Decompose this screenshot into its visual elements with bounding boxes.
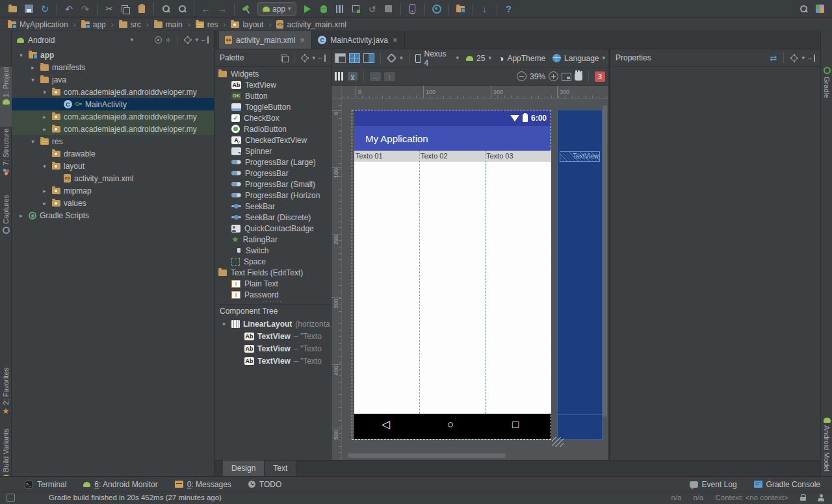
project-tree-item-gradle-scripts[interactable]: Gradle Scripts xyxy=(12,209,214,221)
design-canvas[interactable]: 0 100 200 300 0 100 200 300 400 500 6:00… xyxy=(332,86,608,460)
collapse-arrow-icon[interactable] xyxy=(40,114,49,120)
palette-item-switch[interactable]: Switch xyxy=(214,245,331,256)
navigate-forward-button[interactable] xyxy=(215,2,229,16)
palette-item-togglebutton[interactable]: ToggleButton xyxy=(214,101,331,112)
hide-panel-button[interactable] xyxy=(202,36,209,44)
hide-panel-button[interactable] xyxy=(319,55,326,62)
palette-item-seekbar-discrete[interactable]: SeekBar (Discrete) xyxy=(214,212,331,223)
gear-icon[interactable] xyxy=(790,55,798,62)
search-everywhere-button[interactable] xyxy=(796,2,811,16)
zoom-in-button[interactable] xyxy=(549,71,558,81)
component-tree-textview-3[interactable]: TextView– "Texto xyxy=(214,355,331,367)
breadcrumb-item-activity-main[interactable]: activity_main.xml xyxy=(275,20,347,29)
blueprint-view[interactable]: TextView xyxy=(557,110,603,440)
chevron-down-icon[interactable] xyxy=(400,55,403,61)
component-tree-linearlayout[interactable]: LinearLayout(horizonta xyxy=(214,318,331,330)
palette-item-space[interactable]: Space xyxy=(214,256,331,267)
sdk-manager-button[interactable] xyxy=(454,2,468,16)
palette-group-textfields[interactable]: Text Fields (EditText) xyxy=(214,267,331,278)
design-view-mode-button[interactable] xyxy=(335,53,346,63)
redo-button[interactable] xyxy=(78,2,92,16)
locate-file-button[interactable] xyxy=(155,36,162,44)
open-file-button[interactable] xyxy=(5,2,20,16)
design-blueprint-mode-button[interactable] xyxy=(349,53,360,63)
tab-text[interactable]: Text xyxy=(265,460,296,476)
sync-project-button[interactable] xyxy=(430,2,444,16)
lock-icon[interactable] xyxy=(800,494,806,501)
activity-window-button[interactable] xyxy=(812,2,827,16)
cut-button[interactable] xyxy=(102,2,116,16)
toggle-toolwindow-button[interactable] xyxy=(6,494,15,502)
project-tree-item-package-androidtest[interactable]: com.academiajedi.androiddveloper.my xyxy=(12,110,214,123)
rerun-button[interactable] xyxy=(365,2,380,16)
fit-height-icon[interactable] xyxy=(384,72,395,81)
save-all-button[interactable] xyxy=(21,2,36,16)
preview-textview-1[interactable]: Texto 01 xyxy=(356,152,383,160)
paste-button[interactable] xyxy=(135,2,149,16)
collapse-arrow-icon[interactable] xyxy=(17,212,25,219)
tab-mainactivity-java[interactable]: MainActivity.java xyxy=(312,31,404,49)
collapse-arrow-icon[interactable] xyxy=(29,64,37,71)
run-configuration-select[interactable]: app xyxy=(257,2,296,16)
y-coordinates-icon[interactable] xyxy=(348,72,358,81)
palette-item-progressbar-large[interactable]: ProgressBar (Large) xyxy=(214,157,331,168)
horizontal-scrollbar[interactable] xyxy=(348,453,506,458)
chevron-down-icon[interactable] xyxy=(130,37,133,43)
palette-item-spinner[interactable]: Spinner xyxy=(214,145,331,157)
palette-item-progressbar-small[interactable]: ProgressBar (Small) xyxy=(214,179,331,190)
project-tree-item-package[interactable]: com.academiajedi.androiddveloper.my xyxy=(12,86,214,98)
palette-item-seekbar[interactable]: SeekBar xyxy=(214,201,331,212)
debug-button[interactable] xyxy=(317,2,331,16)
expand-arrow-icon[interactable] xyxy=(17,52,25,58)
palette-item-checkedtextview[interactable]: CheckedTextView xyxy=(214,134,331,145)
tool-button-event-log[interactable]: Event Log xyxy=(690,480,737,489)
breadcrumb-item-res[interactable]: res xyxy=(194,20,220,29)
project-tree-item-mainactivity[interactable]: MainActivity xyxy=(12,98,214,110)
close-icon[interactable] xyxy=(392,36,398,45)
vertical-scrollbar[interactable] xyxy=(603,105,607,417)
palette-item-checkbox[interactable]: CheckBox xyxy=(214,112,331,123)
find-button[interactable] xyxy=(159,2,173,16)
expand-arrow-icon[interactable] xyxy=(29,77,37,83)
tool-button-structure[interactable]: 7: Structure xyxy=(0,129,12,192)
tool-button-captures[interactable]: Captures xyxy=(0,195,12,246)
copy-button[interactable] xyxy=(118,2,133,16)
preview-textview-3[interactable]: Texto 03 xyxy=(486,152,514,160)
device-monitor-button[interactable] xyxy=(478,2,492,16)
project-tree-item-mipmap[interactable]: mipmap xyxy=(12,184,214,197)
language-select[interactable]: Language xyxy=(564,54,599,63)
tool-button-messages[interactable]: 0: Messages xyxy=(175,480,231,489)
attach-debugger-button[interactable] xyxy=(349,2,363,16)
pan-hand-icon[interactable] xyxy=(575,72,582,81)
blueprint-textview[interactable]: TextView xyxy=(560,151,600,162)
palette-item-quickcontactbadge[interactable]: QuickContactBadge xyxy=(214,223,331,234)
swap-view-icon[interactable] xyxy=(770,54,777,62)
breadcrumb-item-main[interactable]: main xyxy=(153,20,184,29)
avd-manager-button[interactable] xyxy=(406,2,420,16)
undo-button[interactable] xyxy=(62,2,76,16)
device-content-area[interactable] xyxy=(354,162,551,414)
collapse-arrow-icon[interactable] xyxy=(40,126,49,132)
replace-button[interactable] xyxy=(175,2,189,16)
collapse-all-button[interactable] xyxy=(166,36,170,44)
project-tree-item-app[interactable]: app xyxy=(12,49,214,61)
palette-item-progressbar-horizontal[interactable]: ProgressBar (Horizon xyxy=(214,190,331,201)
project-tree-item-java[interactable]: java xyxy=(12,73,214,86)
collapse-arrow-icon[interactable] xyxy=(40,188,49,194)
zoom-out-button[interactable] xyxy=(517,71,526,81)
make-project-button[interactable] xyxy=(239,2,254,16)
tool-button-project[interactable]: 1: Project xyxy=(0,67,12,127)
palette-item-button[interactable]: Button xyxy=(214,90,331,101)
component-tree-textview-1[interactable]: TextView– "Texto xyxy=(214,330,331,342)
gear-icon[interactable] xyxy=(301,55,308,62)
stop-button[interactable] xyxy=(382,2,396,16)
palette-item-textview[interactable]: TextView xyxy=(214,79,331,90)
palette-group-widgets[interactable]: Widgets xyxy=(214,68,331,79)
tool-button-todo[interactable]: TODO xyxy=(248,480,281,489)
resize-handle[interactable] xyxy=(552,437,564,447)
preview-textview-2[interactable]: Texto 02 xyxy=(421,152,448,160)
close-icon[interactable] xyxy=(299,36,306,45)
device-preview[interactable]: 6:00 My Application Texto 01 Texto 02 Te… xyxy=(354,110,551,439)
palette-item-ratingbar[interactable]: RatingBar xyxy=(214,234,331,245)
orientation-columns-icon[interactable] xyxy=(335,72,344,81)
